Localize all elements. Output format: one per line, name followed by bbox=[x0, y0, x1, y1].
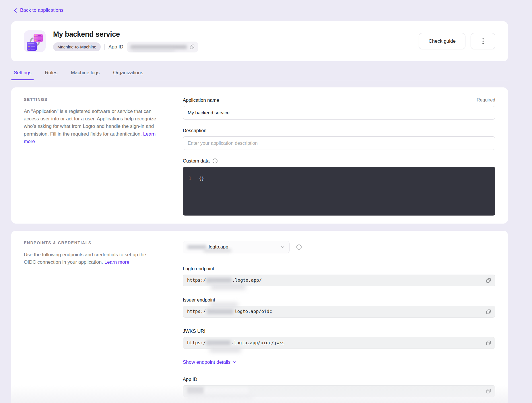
endpoints-learn-more-link[interactable]: Learn more bbox=[104, 259, 129, 265]
chevron-down-icon bbox=[233, 360, 236, 364]
info-icon[interactable] bbox=[212, 158, 218, 164]
redacted-url-segment bbox=[206, 340, 230, 345]
redacted-app-id bbox=[131, 45, 187, 49]
copy-jwks-uri-button[interactable] bbox=[486, 341, 491, 345]
app-tabs: Settings Roles Machine logs Organization… bbox=[11, 70, 508, 80]
endpoints-form-column: .logto.app Logto endpoint https:/ bbox=[183, 239, 495, 403]
jwks-uri-value: https:/ .logto.app/oidc/jwks bbox=[187, 340, 486, 345]
custom-data-code-editor[interactable]: 1 {} bbox=[183, 167, 495, 216]
logto-endpoint-label: Logto endpoint bbox=[183, 266, 214, 271]
chevron-left-icon bbox=[14, 8, 17, 13]
back-to-applications-link[interactable]: Back to applications bbox=[14, 7, 63, 13]
tab-organizations[interactable]: Organizations bbox=[113, 70, 143, 80]
logto-endpoint-value: https:/ .logto.app/ bbox=[187, 278, 486, 283]
redacted-url-segment bbox=[207, 309, 233, 314]
app-id-value-redacted bbox=[127, 42, 198, 52]
endpoints-section-heading: ENDPOINTS & CREDENTIALS bbox=[24, 240, 158, 245]
endpoints-credentials-card: ENDPOINTS & CREDENTIALS Use the followin… bbox=[11, 231, 508, 403]
application-name-input[interactable] bbox=[183, 106, 495, 120]
jwks-uri-value-field: https:/ .logto.app/oidc/jwks bbox=[183, 337, 495, 349]
page-title: My backend service bbox=[53, 30, 419, 38]
application-name-field: Application name Required bbox=[183, 97, 495, 120]
back-link-label: Back to applications bbox=[20, 7, 63, 13]
domain-select-value: .logto.app bbox=[207, 244, 228, 250]
redacted-app-id bbox=[205, 387, 248, 395]
copy-app-id-button[interactable] bbox=[190, 44, 195, 49]
tab-settings[interactable]: Settings bbox=[14, 70, 31, 80]
copy-logto-endpoint-button[interactable] bbox=[486, 278, 491, 283]
header-actions: Check guide bbox=[419, 33, 495, 49]
issuer-endpoint-field: Issuer endpoint https:/ logto.app/oidc bbox=[183, 297, 495, 318]
issuer-endpoint-value: https:/ logto.app/oidc bbox=[187, 309, 486, 314]
settings-section-description: An "Application" is a registered softwar… bbox=[24, 108, 158, 146]
redacted-url-segment bbox=[206, 278, 232, 283]
info-icon[interactable] bbox=[296, 244, 302, 250]
custom-data-label: Custom data bbox=[183, 158, 210, 164]
settings-card: SETTINGS An "Application" is a registere… bbox=[11, 87, 508, 224]
app-id-value-field bbox=[183, 385, 495, 397]
description-field: Description bbox=[183, 128, 495, 150]
app-header-card: My backend service Machine-to-Machine Ap… bbox=[11, 21, 508, 61]
kebab-icon bbox=[482, 38, 484, 44]
application-details-page: Back to applications bbox=[0, 0, 532, 403]
redacted-tenant-id bbox=[187, 245, 206, 249]
show-endpoint-details-link[interactable]: Show endpoint details bbox=[183, 359, 236, 365]
app-id-field-label: App ID bbox=[183, 377, 197, 382]
domain-select[interactable]: .logto.app bbox=[183, 241, 290, 253]
redacted-app-id bbox=[187, 387, 204, 395]
issuer-endpoint-label: Issuer endpoint bbox=[183, 297, 215, 303]
settings-description-column: SETTINGS An "Application" is a registere… bbox=[24, 96, 158, 216]
logto-endpoint-value-field: https:/ .logto.app/ bbox=[183, 275, 495, 286]
logto-endpoint-field: Logto endpoint https:/ .logto.app/ bbox=[183, 266, 495, 286]
more-actions-button[interactable] bbox=[471, 33, 495, 49]
app-meta-row: Machine-to-Machine App ID bbox=[53, 42, 419, 52]
tab-machine-logs[interactable]: Machine logs bbox=[71, 70, 100, 80]
app-id-value-redacted bbox=[187, 387, 486, 395]
endpoints-description-column: ENDPOINTS & CREDENTIALS Use the followin… bbox=[24, 239, 158, 403]
tab-roles[interactable]: Roles bbox=[45, 70, 57, 80]
description-label: Description bbox=[183, 128, 207, 133]
jwks-uri-label: JWKS URI bbox=[183, 328, 205, 334]
settings-form-column: Application name Required Description Cu… bbox=[183, 96, 495, 216]
custom-data-field: Custom data 1 {} bbox=[183, 158, 495, 216]
app-type-badge: Machine-to-Machine bbox=[53, 42, 101, 51]
editor-line-number: 1 bbox=[183, 176, 197, 181]
chevron-down-icon bbox=[281, 245, 285, 249]
settings-section-heading: SETTINGS bbox=[24, 97, 158, 102]
meta-divider bbox=[104, 44, 105, 50]
machine-to-machine-app-icon bbox=[24, 30, 46, 52]
copy-app-id-button[interactable] bbox=[486, 389, 491, 394]
app-id-field: App ID bbox=[183, 377, 495, 397]
editor-code-content: {} bbox=[199, 176, 204, 181]
copy-issuer-endpoint-button[interactable] bbox=[486, 309, 491, 314]
description-input[interactable] bbox=[183, 136, 495, 150]
jwks-uri-field: JWKS URI https:/ .logto.app/oidc/jwks bbox=[183, 328, 495, 349]
application-name-label: Application name bbox=[183, 97, 219, 103]
app-id-label: App ID bbox=[108, 44, 123, 50]
app-header-info: My backend service Machine-to-Machine Ap… bbox=[53, 30, 419, 52]
required-indicator: Required bbox=[477, 97, 495, 103]
endpoints-section-description: Use the following endpoints and credenti… bbox=[24, 251, 158, 266]
check-guide-button[interactable]: Check guide bbox=[419, 33, 465, 49]
issuer-endpoint-value-field: https:/ logto.app/oidc bbox=[183, 306, 495, 318]
domain-select-row: .logto.app bbox=[183, 241, 495, 253]
